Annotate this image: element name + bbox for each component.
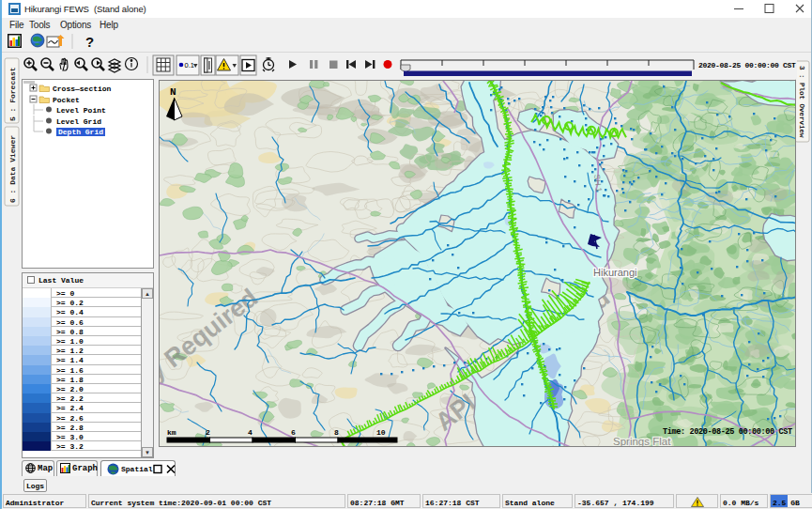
svg-text:Springs Flat: Springs Flat xyxy=(613,436,671,447)
svg-text:Time: 2020-08-25 00:00:00 CST: Time: 2020-08-25 00:00:00 CST xyxy=(663,427,792,437)
svg-text:2020-08-25 00:00:00 CST: 2020-08-25 00:00:00 CST xyxy=(698,61,796,69)
svg-text:Hikurangi: Hikurangi xyxy=(593,267,636,278)
svg-text:0.1: 0.1 xyxy=(185,61,194,69)
svg-text:6 : Data Viewer: 6 : Data Viewer xyxy=(8,135,17,203)
svg-text:2: 2 xyxy=(206,428,210,437)
svg-text:8: 8 xyxy=(334,428,339,437)
svg-text:5 : Forecast: 5 : Forecast xyxy=(8,67,17,121)
svg-text:km: km xyxy=(167,428,176,437)
svg-text:10: 10 xyxy=(376,428,386,437)
svg-text:3 : Plot Overview: 3 : Plot Overview xyxy=(798,66,805,138)
svg-text:N: N xyxy=(170,86,176,98)
svg-text:6: 6 xyxy=(291,428,296,437)
svg-text:?: ? xyxy=(85,34,94,50)
svg-text:4: 4 xyxy=(248,428,253,437)
